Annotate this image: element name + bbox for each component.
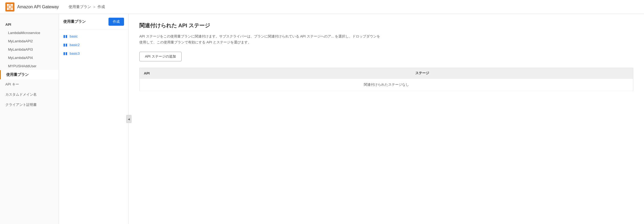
svg-rect-4 [11,8,13,10]
sidebar-usage-plans-active[interactable]: 使用量プラン [0,70,59,79]
app-name: Amazon API Gateway [17,5,59,9]
plan-item-basic[interactable]: ▮▮ basic [59,32,128,40]
svg-rect-2 [11,4,13,6]
middle-panel-title: 使用量プラン [63,19,86,24]
sidebar-item-api-keys[interactable]: API キー [0,79,59,89]
logo-icon [5,2,14,12]
middle-panel: 使用量プラン 作成 ▮▮ basic ▮▮ basic2 ▮▮ basic3 ◀ [59,14,129,224]
table-empty-message: 関連付けられたステージなし [140,79,633,91]
plan-label-basic: basic [70,34,78,38]
svg-rect-3 [7,8,9,10]
sidebar-item-mylambdaapi4[interactable]: MyLambdaAPI4 [0,54,59,62]
table-header-api: API [140,68,411,79]
breadcrumb: 使用量プラン > 作成 [69,5,105,9]
sidebar-item-client-certs[interactable]: クライアント証明書 [0,100,59,110]
sidebar: API LambdaMicroservice MyLambdaAPI2 MyLa… [0,14,59,224]
plan-icon-basic3: ▮▮ [63,51,68,55]
plan-icon-basic2: ▮▮ [63,43,68,47]
breadcrumb-part2: 作成 [98,5,105,9]
svg-rect-7 [11,6,13,8]
content-title: 関連付けられた API ステージ [139,22,633,29]
sidebar-item-lambdamicroservice[interactable]: LambdaMicroservice [0,29,59,37]
plan-label-basic3: basic3 [70,51,80,55]
svg-rect-8 [9,8,11,10]
app-logo: Amazon API Gateway [5,2,59,12]
collapse-toggle[interactable]: ◀ [126,115,132,123]
sidebar-item-mylambdaapi3[interactable]: MyLambdaAPI3 [0,45,59,54]
sidebar-item-custom-domains[interactable]: カスタムドメイン名 [0,89,59,100]
sidebar-item-mylambdaapi2[interactable]: MyLambdaAPI2 [0,37,59,45]
api-stage-table: API ステージ 関連付けられたステージなし [139,68,633,91]
plan-item-basic3[interactable]: ▮▮ basic3 [59,49,128,58]
svg-rect-6 [7,6,9,8]
main-layout: API LambdaMicroservice MyLambdaAPI2 MyLa… [0,14,644,224]
plan-list: ▮▮ basic ▮▮ basic2 ▮▮ basic3 [59,30,128,60]
svg-rect-5 [9,4,11,6]
top-header: Amazon API Gateway 使用量プラン > 作成 [0,0,644,14]
breadcrumb-part1: 使用量プラン [69,5,91,9]
svg-rect-1 [7,4,9,6]
breadcrumb-separator: > [93,5,95,9]
table-empty-row: 関連付けられたステージなし [140,79,633,91]
plan-item-basic2[interactable]: ▮▮ basic2 [59,40,128,49]
content-description: API ステージをこの使用量プランに関連付けます。サブスクライバーは、プランに関… [139,33,380,45]
middle-panel-header: 使用量プラン 作成 [59,14,128,30]
sidebar-item-mypushadd[interactable]: MYPUSHAddUser [0,62,59,70]
svg-rect-9 [9,6,11,8]
plan-label-basic2: basic2 [70,43,80,47]
table-header-stage: ステージ [411,68,633,79]
create-button[interactable]: 作成 [108,18,124,26]
sidebar-api-section: API [0,20,59,29]
table-header-row: API ステージ [140,68,633,79]
plan-icon-basic: ▮▮ [63,34,68,38]
add-stage-button[interactable]: API ステージの追加 [139,52,182,61]
content-area: 関連付けられた API ステージ API ステージをこの使用量プランに関連付けま… [129,14,644,224]
